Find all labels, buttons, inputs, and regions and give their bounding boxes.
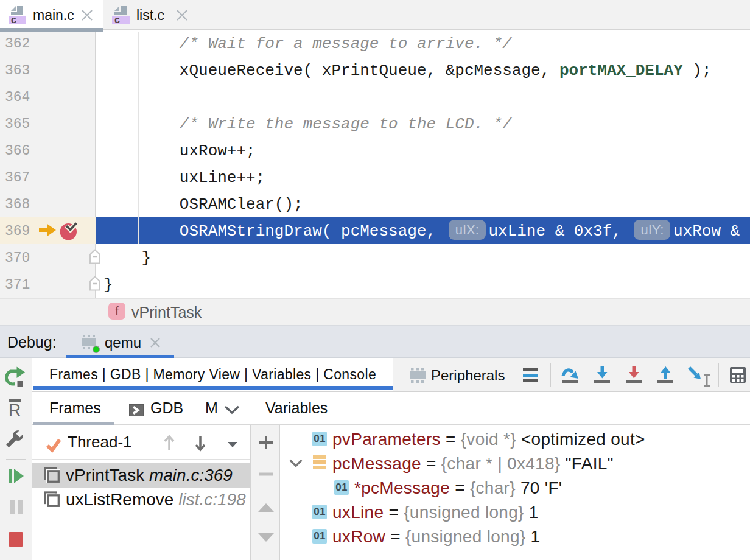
svg-text:c: c	[11, 15, 16, 25]
svg-text:c: c	[114, 15, 120, 25]
